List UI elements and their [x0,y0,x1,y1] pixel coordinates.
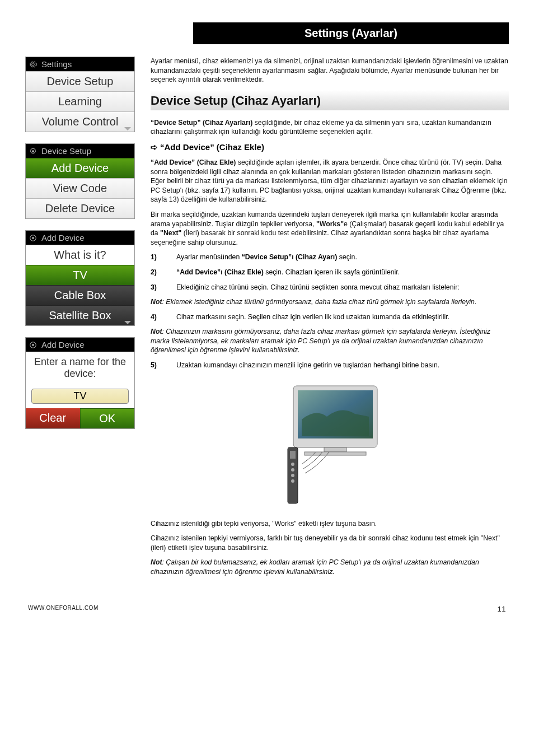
menu-add-device-type: Add Device What is it? TV Cable Box Sate… [25,230,135,326]
svg-rect-11 [290,451,296,459]
add-device-p1-lead: “Add Device” (Cihaz Ekle) [151,158,236,166]
menu-item-satellite-box[interactable]: Satellite Box [26,305,134,325]
chevron-down-icon [124,321,131,324]
step-text: “Add Device”ı (Cihaz Ekle) seçin. Cihazl… [176,268,509,277]
step-5: 5) Uzaktan kumandayı cihazınızın menzili… [151,361,509,370]
page-number: 11 [498,605,506,613]
svg-rect-9 [305,452,366,455]
after-illus-p1: Cihazınız istenildiği gibi tepki veriyor… [151,519,509,529]
menu-item-tv[interactable]: TV [26,265,134,285]
right-column: Ayarlar menüsü, cihaz eklemenizi ya da s… [151,57,509,582]
menu-add-device-type-header-label: Add Device [41,233,85,242]
note-2: Not: Cihazınızın markasını görmüyorsanız… [151,327,509,355]
menu-add-device-name-header: Add Device [26,338,134,352]
gear-icon [29,60,37,68]
menu-item-volume-control[interactable]: Volume Control [26,111,134,132]
arrow-right-icon: ➪ [151,142,158,152]
menu-item-prompt-what-is-it: What is it? [26,245,134,265]
step-number: 1) [151,253,161,262]
menu-device-setup: Device Setup Add Device View Code Delete… [25,143,135,219]
menu-item-prompt-enter-name: Enter a name for the device: [26,352,134,384]
subsection-heading: ➪“Add Device” (Cihaz Ekle) [151,142,509,152]
subsection-heading-text: “Add Device” (Cihaz Ekle) [160,142,264,152]
menu-item-device-setup[interactable]: Device Setup [26,71,134,91]
step-2: 2) “Add Device”ı (Cihaz Ekle) seçin. Cih… [151,268,509,277]
device-setup-intro-lead: “Device Setup” (Cihaz Ayarları) [151,119,252,127]
device-name-input[interactable]: TV [31,389,129,404]
section-heading: Device Setup (Cihaz Ayarları) [151,94,505,108]
steps-list: 1) Ayarlar menüsünden “Device Setup”ı (C… [151,253,509,292]
menu-device-setup-header-label: Device Setup [41,146,91,156]
section-heading-band: Device Setup (Cihaz Ayarları) [151,90,509,110]
note-3: Not: Çalışan bir kod bulamazsanız, ek ko… [151,558,509,576]
step-number: 4) [151,312,161,322]
menu-item-view-code[interactable]: View Code [26,178,134,198]
after-illus-p2: Cihazınız istenilen tepkiyi vermiyorsa, … [151,534,509,552]
page-footer: WWW.ONEFORALL.COM 11 [25,605,509,613]
menu-item-label: Satellite Box [49,309,111,321]
svg-point-15 [291,479,294,483]
device-setup-intro: “Device Setup” (Cihaz Ayarları) seçildiğ… [151,118,509,137]
menu-item-add-device[interactable]: Add Device [26,158,134,178]
steps-list-2: 4) Cihaz markasını seçin. Seçilen cihaz … [151,312,509,322]
svg-point-2 [32,237,34,239]
menu-item-cable-box[interactable]: Cable Box [26,285,134,305]
menu-settings: Settings Device Setup Learning Volume Co… [25,57,135,132]
step-text: Eklediğiniz cihaz türünü seçin. Cihaz tü… [176,283,509,292]
step-3: 3) Eklediğiniz cihaz türünü seçin. Cihaz… [151,283,509,292]
note-1: Not: Eklemek istediğiniz cihaz türünü gö… [151,297,509,307]
add-device-p1: “Add Device” (Cihaz Ekle) seçildiğinde a… [151,158,509,204]
svg-point-14 [291,474,294,477]
menu-settings-header: Settings [26,57,134,71]
menu-settings-header-label: Settings [41,59,72,69]
gear-icon [29,234,37,242]
menu-device-setup-header: Device Setup [26,144,134,158]
step-text: Cihaz markasını seçin. Seçilen cihaz içi… [176,312,509,322]
footer-url: WWW.ONEFORALL.COM [28,605,99,613]
menu-add-device-type-header: Add Device [26,231,134,245]
svg-point-12 [291,463,294,466]
chevron-down-icon [124,127,131,130]
device-name-input-row: TV [26,384,134,408]
step-number: 2) [151,268,161,277]
step-text: Ayarlar menüsünden “Device Setup”ı (Ciha… [176,253,509,262]
menu-item-learning[interactable]: Learning [26,91,134,111]
intro-paragraph: Ayarlar menüsü, cihaz eklemenizi ya da s… [151,57,509,85]
page-title-bar: Settings (Ayarlar) [193,22,509,44]
step-number: 5) [151,361,161,370]
menu-add-device-name: Add Device Enter a name for the device: … [25,337,135,429]
menu-item-label: Volume Control [42,115,119,128]
svg-point-0 [32,150,34,152]
gear-icon [29,341,37,349]
step-1: 1) Ayarlar menüsünden “Device Setup”ı (C… [151,253,509,262]
menu-add-device-name-header-label: Add Device [41,340,85,349]
step-4: 4) Cihaz markasını seçin. Seçilen cihaz … [151,312,509,322]
steps-list-3: 5) Uzaktan kumandayı cihazınızın menzili… [151,361,509,370]
svg-rect-8 [324,447,346,452]
ok-button[interactable]: OK [80,408,135,428]
clear-button[interactable]: Clear [26,408,80,428]
tv-remote-illustration [271,380,388,509]
add-device-p2: Bir marka seçildiğinde, uzaktan kumanda … [151,210,509,247]
step-number: 3) [151,283,161,292]
svg-point-13 [291,468,294,472]
menu-item-delete-device[interactable]: Delete Device [26,198,134,218]
gear-icon [29,147,37,155]
step-text: Uzaktan kumandayı cihazınızın menzili iç… [176,361,509,370]
svg-point-4 [32,344,34,346]
left-column: Settings Device Setup Learning Volume Co… [25,57,135,582]
